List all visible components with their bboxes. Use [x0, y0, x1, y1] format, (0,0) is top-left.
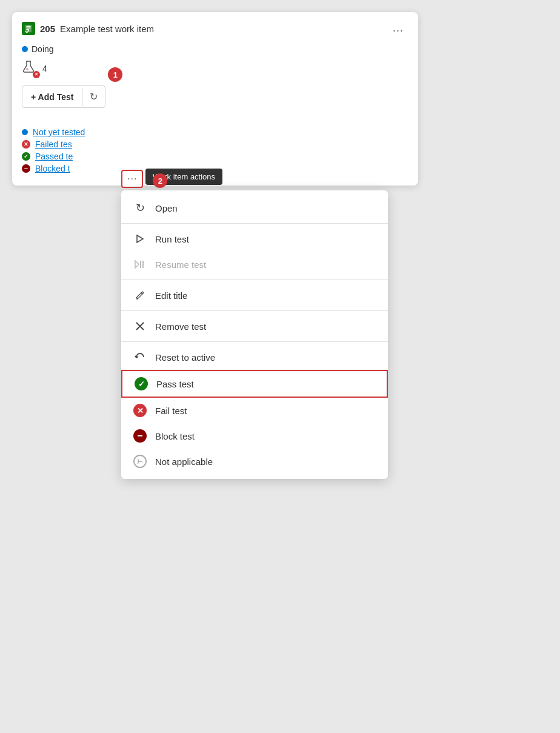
menu-item-fail-test[interactable]: ✕ Fail test	[121, 398, 388, 423]
remove-test-icon	[133, 320, 147, 333]
menu-item-edit-title-label: Edit title	[155, 290, 187, 301]
add-test-button[interactable]: + Add Test	[22, 87, 82, 107]
menu-item-block-test[interactable]: − Block test	[121, 423, 388, 449]
pencil-icon-svg	[135, 290, 145, 300]
badge-x-icon	[33, 71, 40, 78]
card-more-button[interactable]: ···	[388, 22, 408, 39]
resume-test-icon	[133, 258, 147, 271]
work-item-card: 205 Example test work item ··· Doing 4 +…	[12, 12, 418, 186]
menu-item-reset-active[interactable]: Reset to active	[121, 344, 388, 370]
card-id: 205	[40, 24, 55, 34]
svg-marker-6	[137, 235, 143, 243]
pass-test-icon: ✓	[135, 377, 148, 390]
status-row: Doing	[22, 44, 408, 54]
status-dot-icon	[22, 46, 28, 52]
x-icon-svg	[135, 321, 145, 331]
menu-item-edit-title[interactable]: Edit title	[121, 283, 388, 308]
reset-icon-svg	[135, 352, 145, 362]
context-menu-wrapper: ··· Work item actions 2 ↻ Open Run test	[121, 170, 388, 479]
menu-item-open-label: Open	[155, 203, 178, 213]
menu-item-run-test-label: Run test	[155, 234, 189, 244]
menu-item-remove-test[interactable]: Remove test	[121, 313, 388, 339]
resume-icon-svg	[134, 259, 146, 269]
reset-active-icon	[133, 350, 147, 364]
card-title-row: 205 Example test work item	[22, 22, 154, 35]
fail-test-icon: ✕	[133, 404, 147, 417]
menu-item-pass-test-label: Pass test	[156, 379, 194, 389]
separator	[121, 341, 388, 342]
badge-1: 1	[108, 67, 122, 82]
open-icon: ↻	[133, 201, 147, 215]
run-test-icon	[133, 232, 147, 246]
menu-item-open[interactable]: ↻ Open	[121, 195, 388, 221]
menu-item-pass-test[interactable]: ✓ Pass test	[121, 370, 388, 398]
not-yet-tested-link[interactable]: Not yet tested	[33, 127, 85, 137]
svg-marker-7	[135, 261, 139, 268]
edit-title-icon	[133, 289, 147, 302]
svg-point-5	[26, 69, 28, 70]
task-icon	[22, 22, 35, 35]
menu-item-block-test-label: Block test	[155, 431, 195, 441]
toolbar: + Add Test ↻	[22, 85, 105, 108]
list-item: Not yet tested	[22, 127, 408, 137]
badge-row: 4	[22, 60, 408, 77]
menu-item-not-applicable[interactable]: Not applicable	[121, 449, 388, 474]
play-icon-svg	[135, 234, 145, 244]
menu-item-resume-test[interactable]: Resume test	[121, 252, 388, 277]
card-title: Example test work item	[60, 24, 154, 34]
menu-item-resume-test-label: Resume test	[155, 259, 206, 270]
badge-count: 4	[42, 64, 47, 73]
passed-test-link[interactable]: Passed te	[35, 152, 73, 161]
na-icon-svg	[136, 458, 144, 465]
menu-item-remove-test-label: Remove test	[155, 321, 206, 332]
separator	[121, 223, 388, 224]
failed-icon: ✕	[22, 140, 30, 149]
blocked-icon: −	[22, 164, 30, 173]
test-list: Not yet tested ✕ Failed tes ✓ Passed te …	[22, 127, 408, 173]
three-dots-button[interactable]: ···	[121, 170, 143, 188]
block-test-icon: −	[133, 429, 147, 443]
flask-icon	[22, 60, 35, 73]
status-text: Doing	[32, 44, 54, 54]
not-tested-dot-icon	[22, 129, 28, 135]
badge-2: 2	[153, 173, 167, 188]
list-item: ✓ Passed te	[22, 152, 408, 161]
separator	[121, 310, 388, 311]
menu-item-reset-active-label: Reset to active	[155, 352, 215, 363]
passed-icon: ✓	[22, 152, 30, 161]
separator	[121, 279, 388, 280]
menu-item-not-applicable-label: Not applicable	[155, 457, 213, 467]
blocked-test-link[interactable]: Blocked t	[35, 164, 70, 173]
card-header: 205 Example test work item ···	[22, 22, 408, 39]
context-menu: ↻ Open Run test Resume test	[121, 190, 388, 479]
failed-test-link[interactable]: Failed tes	[35, 139, 72, 149]
refresh-button[interactable]: ↻	[82, 86, 105, 107]
not-applicable-icon	[133, 455, 147, 468]
test-badge-icon	[22, 60, 39, 77]
menu-item-run-test[interactable]: Run test	[121, 226, 388, 252]
list-item: ✕ Failed tes	[22, 139, 408, 149]
task-icon-svg	[24, 24, 33, 33]
menu-item-fail-test-label: Fail test	[155, 406, 187, 416]
